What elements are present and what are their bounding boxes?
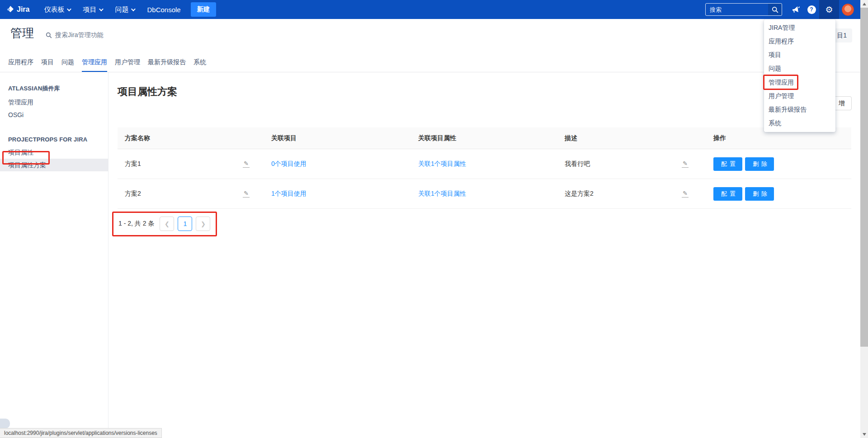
status-bar-url: localhost:2990/jira/plugins/servlet/appl… (0, 428, 162, 438)
sidebar-group-projectprops: PROJECTPROPS FOR JIRA (0, 133, 108, 146)
linked-props-link[interactable]: 关联1个项目属性 (418, 160, 466, 167)
jira-admin-page: Jira 仪表板 项目 问题 DbConsole 新建 (0, 0, 868, 438)
edit-name-icon[interactable]: ✎ (243, 190, 250, 198)
search-icon[interactable] (768, 4, 782, 15)
edit-description-icon[interactable]: ✎ (682, 190, 689, 198)
pagination-prev-button[interactable]: ❮ (160, 217, 174, 231)
nav-projects-label: 项目 (83, 5, 96, 14)
table-row: 方案1 ✎ 0个项目使用 关联1个项目属性 我看行吧 ✎ 配置 删除 (118, 149, 851, 179)
schemes-table: 方案名称 关联项目 关联项目属性 描述 操作 方案1 ✎ 0个项目使用 关联1个… (118, 127, 851, 209)
tab-applications[interactable]: 应用程序 (8, 58, 33, 72)
col-header-label: 方案名称 (125, 134, 150, 142)
sidebar-item-project-props[interactable]: 项目属性 (0, 146, 108, 159)
navbar-right: ? ⚙ (705, 0, 860, 19)
tab-projects[interactable]: 项目 (41, 58, 54, 72)
menu-item-jira-admin[interactable]: JIRA管理 (764, 21, 835, 35)
content-title: 项目属性方案 (118, 85, 851, 99)
page-title: 管理 (10, 25, 34, 41)
tab-system[interactable]: 系统 (193, 58, 206, 72)
nav-projects[interactable]: 项目 (76, 0, 108, 19)
jira-logo-text: Jira (17, 5, 29, 14)
col-header-actions: 操作 (712, 134, 851, 142)
scheme-name: 方案2 (125, 190, 141, 198)
delete-button[interactable]: 删除 (745, 157, 774, 171)
scrollbar-up-arrow[interactable] (860, 0, 868, 8)
menu-item-applications[interactable]: 应用程序 (764, 35, 835, 48)
help-icon[interactable]: ? (804, 0, 819, 19)
scheme-description: 这是方案2 (565, 190, 594, 198)
configure-button[interactable]: 配置 (713, 157, 742, 171)
main-content: 项目属性方案 方案名称 关联项目 关联项目属性 描述 操作 方案1 ✎ (108, 72, 860, 428)
edit-description-icon[interactable]: ✎ (682, 160, 689, 168)
chevron-down-icon (131, 7, 136, 11)
admin-tabs: 应用程序 项目 问题 管理应用 用户管理 最新升级报告 系统 (8, 58, 214, 72)
col-header-description: 描述 (565, 134, 712, 142)
pagination-summary: 1 - 2, 共 2 条 (118, 220, 154, 228)
nav-dashboards[interactable]: 仪表板 (38, 0, 76, 19)
col-header-scheme-name: 方案名称 (118, 134, 271, 142)
feedback-widget-partial (0, 419, 10, 429)
sidebar-group-atlassian-marketplace: ATLASSIAN插件库 (0, 81, 108, 96)
menu-item-upgrade-report[interactable]: 最新升级报告 (764, 103, 835, 117)
pagination-page-1-button[interactable]: 1 (178, 217, 192, 231)
user-avatar[interactable] (842, 4, 854, 16)
table-header-row: 方案名称 关联项目 关联项目属性 描述 操作 (118, 127, 851, 149)
vertical-scrollbar[interactable] (860, 0, 868, 438)
nav-dashboards-label: 仪表板 (44, 5, 64, 14)
tab-manage-apps[interactable]: 管理应用 (82, 58, 107, 72)
body-layout: ATLASSIAN插件库 管理应用 OSGi PROJECTPROPS FOR … (0, 72, 860, 428)
nav-dbconsole-label: DbConsole (147, 6, 180, 14)
menu-item-issues[interactable]: 问题 (764, 62, 835, 75)
chevron-down-icon (67, 7, 71, 11)
sidebar-item-project-prop-schemes[interactable]: 项目属性方案 (0, 159, 108, 171)
col-header-linked-projects: 关联项目 (271, 134, 418, 142)
col-header-linked-props: 关联项目属性 (418, 134, 565, 142)
edit-name-icon[interactable]: ✎ (243, 160, 250, 168)
chevron-down-icon (99, 7, 104, 11)
delete-button[interactable]: 删除 (745, 187, 774, 201)
admin-gear-icon[interactable]: ⚙ (819, 0, 839, 19)
configure-button[interactable]: 配置 (713, 187, 742, 201)
navbar-search[interactable] (705, 3, 782, 16)
scheme-description: 我看行吧 (565, 160, 590, 168)
question-mark-icon: ? (807, 5, 816, 14)
linked-props-link[interactable]: 关联1个项目属性 (418, 190, 466, 197)
admin-search-placeholder: 搜索Jira管理功能 (55, 31, 104, 39)
tab-user-management[interactable]: 用户管理 (115, 58, 140, 72)
menu-item-system[interactable]: 系统 (764, 117, 835, 130)
top-navbar: Jira 仪表板 项目 问题 DbConsole 新建 (0, 0, 860, 19)
gear-glyph-icon: ⚙ (825, 5, 833, 14)
pagination-next-button[interactable]: ❯ (196, 217, 210, 231)
admin-gear-dropdown: JIRA管理 应用程序 项目 问题 管理应用 用户管理 最新升级报告 系统 (764, 19, 835, 132)
jira-mark-icon (6, 5, 14, 14)
nav-dbconsole[interactable]: DbConsole (141, 0, 187, 19)
admin-subheader: 管理 搜索Jira管理功能 应用程序 项目 问题 管理应用 用户管理 最新升级报… (0, 19, 860, 72)
projects-usage-link[interactable]: 0个项目使用 (271, 160, 307, 167)
pagination: 1 - 2, 共 2 条 ❮ 1 ❯ (118, 217, 851, 231)
admin-search[interactable]: 搜索Jira管理功能 (46, 31, 104, 39)
scheme-name: 方案1 (125, 160, 141, 168)
tab-issues[interactable]: 问题 (61, 58, 74, 72)
sidebar-item-manage-apps[interactable]: 管理应用 (0, 96, 108, 108)
sidebar-item-osgi[interactable]: OSGi (0, 108, 108, 121)
projects-usage-link[interactable]: 1个项目使用 (271, 190, 307, 197)
nav-issues-label: 问题 (115, 5, 128, 14)
jira-logo[interactable]: Jira (6, 5, 29, 14)
table-row: 方案2 ✎ 1个项目使用 关联1个项目属性 这是方案2 ✎ 配置 删除 (118, 179, 851, 209)
tab-upgrade-report[interactable]: 最新升级报告 (148, 58, 186, 72)
navbar-search-input[interactable] (710, 6, 768, 13)
scrollbar-down-arrow[interactable] (860, 430, 868, 438)
menu-item-manage-apps[interactable]: 管理应用 (764, 76, 835, 89)
sidebar-gap (0, 121, 108, 133)
menu-item-projects[interactable]: 项目 (764, 48, 835, 62)
announcements-icon[interactable] (788, 0, 804, 19)
nav-issues[interactable]: 问题 (108, 0, 141, 19)
scrollbar-thumb[interactable] (860, 8, 868, 347)
search-icon (46, 32, 52, 38)
sidebar: ATLASSIAN插件库 管理应用 OSGi PROJECTPROPS FOR … (0, 72, 108, 428)
create-button[interactable]: 新建 (191, 2, 216, 17)
menu-item-user-management[interactable]: 用户管理 (764, 89, 835, 103)
